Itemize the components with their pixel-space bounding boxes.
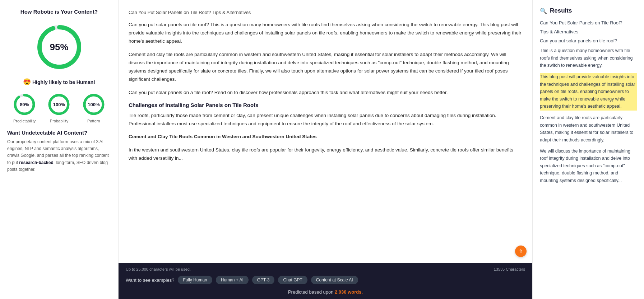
examples-row: Want to see examples? Fully Human Human … <box>126 276 525 284</box>
char-note: Up to 25,000 characters will be used. <box>126 267 191 271</box>
pattern-value: 100% <box>88 102 99 107</box>
undetectable-desc: Our proprietary content platform uses a … <box>7 139 111 173</box>
result-paragraph-3: We will discuss the importance of mainta… <box>540 148 637 184</box>
char-count: 13535 Characters <box>494 267 525 271</box>
tag-content-at-scale[interactable]: Content at Scale AI <box>311 276 358 284</box>
result-link-1[interactable]: Can You Put Solar Panels on Tile Roof? <box>540 20 637 25</box>
result-link-3[interactable]: Can you put solar panels on tile roof? <box>540 38 637 43</box>
center-footer: Up to 25,000 characters will be used. 13… <box>119 263 532 299</box>
section-paragraph-2: Cement and Clay Tile Roofs Common in Wes… <box>129 133 522 141</box>
probability-circle: 100% Probability <box>47 92 71 123</box>
results-header: 🔍 Results <box>540 7 637 14</box>
result-link-2[interactable]: Tips & Alternatives <box>540 29 637 34</box>
scroll-up-button[interactable]: ⇧ <box>515 246 527 257</box>
center-content[interactable]: Can You Put Solar Panels on Tile Roof? T… <box>119 0 532 263</box>
probability-donut: 100% <box>47 92 71 117</box>
pattern-circle: 100% Pattern <box>82 92 106 123</box>
predictability-circle: 89% Predictability <box>12 92 37 123</box>
section-paragraph-3: In the western and southwestern United S… <box>129 146 522 163</box>
tag-chat-gpt[interactable]: Chat GPT <box>278 276 307 284</box>
pattern-label: Pattern <box>87 119 100 123</box>
results-label: Results <box>550 7 572 14</box>
probability-value: 100% <box>53 102 65 107</box>
badge-emoji: 😍 <box>23 78 31 85</box>
paragraph-3: Can you put solar panels on a tile roof?… <box>129 89 522 97</box>
tag-gpt3[interactable]: GPT-3 <box>252 276 275 284</box>
search-icon: 🔍 <box>540 8 547 14</box>
tag-fully-human[interactable]: Fully Human <box>178 276 212 284</box>
predictability-value: 89% <box>20 102 29 107</box>
main-donut-container: 95% <box>7 22 111 72</box>
badge-text: Highly likely to be Human! <box>32 79 95 85</box>
predictability-label: Predictability <box>13 119 36 123</box>
small-circles-row: 89% Predictability 100% Probability 100% <box>7 92 111 123</box>
predicted-row: Predicted based upon 2,030 words. <box>126 289 525 295</box>
paragraph-2: Cement and clay tile roofs are particula… <box>129 51 522 84</box>
paragraph-1: Can you put solar panels on tile roof? T… <box>129 21 522 46</box>
result-paragraph-1: This is a question many homeowners with … <box>540 47 637 69</box>
main-percent: 95% <box>50 42 68 53</box>
section-paragraph-1: Tile roofs, particularly those made from… <box>129 112 522 128</box>
char-count-bar: Up to 25,000 characters will be used. 13… <box>126 267 525 271</box>
main-donut: 95% <box>34 22 84 72</box>
undetectable-bold: research-backed <box>19 160 53 165</box>
result-highlighted: This blog post will provide valuable ins… <box>540 73 637 111</box>
left-panel: How Robotic is Your Content? 95% 😍 Highl… <box>0 0 119 299</box>
examples-label: Want to see examples? <box>126 277 174 283</box>
section-title: Challenges of Installing Solar Panels on… <box>129 102 522 108</box>
article-title-line: Can You Put Solar Panels on Tile Roof? T… <box>129 9 522 17</box>
tag-human-ai[interactable]: Human + AI <box>216 276 249 284</box>
predictability-donut: 89% <box>12 92 37 117</box>
undetectable-title: Want Undetectable AI Content? <box>7 130 111 136</box>
right-panel: 🔍 Results Can You Put Solar Panels on Ti… <box>533 0 644 299</box>
result-paragraph-2: Cement and clay tile roofs are particula… <box>540 114 637 144</box>
robotic-title: How Robotic is Your Content? <box>7 9 111 15</box>
center-panel: Can You Put Solar Panels on Tile Roof? T… <box>119 0 533 299</box>
predicted-words: 2,030 words. <box>335 289 363 295</box>
human-badge: 😍 Highly likely to be Human! <box>7 78 111 86</box>
probability-label: Probability <box>50 119 68 123</box>
predicted-text: Predicted based upon <box>288 289 335 295</box>
pattern-donut: 100% <box>82 92 106 117</box>
